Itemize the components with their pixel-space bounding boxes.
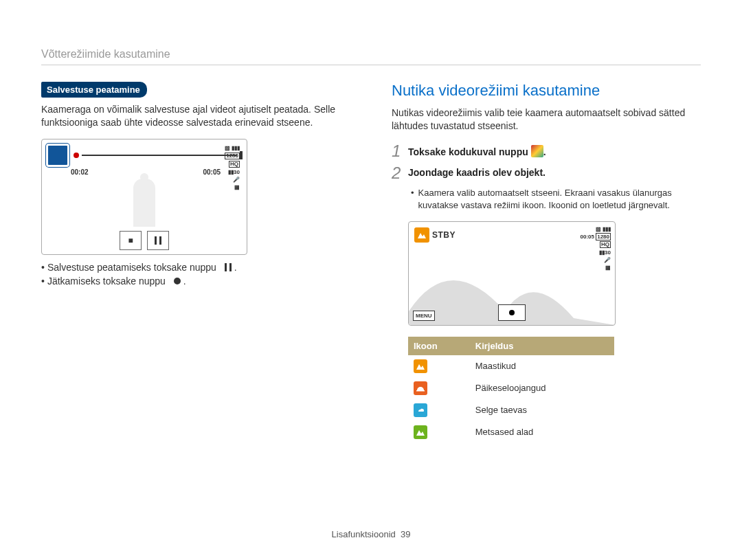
camera-smart-preview: STBY ▧ ▮▮▮ 00:05 1280 HQ ▮▮30 🎤 ▦ MENU — [408, 221, 616, 326]
pause-button[interactable] — [147, 231, 169, 250]
intro-paragraph-right: Nutikas videorežiimis valib teie kaamera… — [392, 107, 701, 133]
forest-icon — [414, 425, 427, 439]
svg-rect-0 — [416, 390, 425, 392]
pause-icon — [225, 263, 232, 271]
landscape-icon — [414, 359, 427, 373]
bullet-resume: •Jätkamiseks toksake nuppu . — [41, 276, 350, 287]
table-row: Maastikud — [408, 355, 614, 377]
sunset-icon — [414, 381, 427, 395]
stop-button[interactable]: ■ — [120, 231, 142, 250]
table-row: Metsased alad — [408, 421, 614, 443]
step-1-text: Toksake kodukuval nuppu . — [408, 142, 546, 157]
elapsed-time: 00:02 — [71, 168, 89, 176]
th-desc: Kirjeldus — [470, 337, 614, 355]
record-progress — [74, 153, 243, 158]
record-button[interactable] — [498, 304, 526, 321]
step-2-text: Joondage kaadris olev objekt. — [408, 164, 546, 178]
scene-icon-table: Ikoon Kirjeldus Maastikud Päikeseloojang… — [408, 337, 614, 443]
total-time: 00:05 — [203, 168, 221, 176]
step-number-2: 2 — [392, 164, 408, 182]
standby-label: STBY — [432, 230, 456, 240]
th-icon: Ikoon — [408, 337, 470, 355]
subject-silhouette — [133, 179, 155, 227]
breadcrumb: Võtterežiimide kasutamine — [41, 48, 701, 65]
camera-recording-preview: ▧ ▮▮▮ 1280 HQ ▮▮30 🎤 ▦ 00:02 00:05 — [41, 139, 247, 255]
status-icons-left: ▧ ▮▮▮ 1280 HQ ▮▮30 🎤 ▦ — [225, 145, 240, 190]
section-heading: Nutika videorežiimi kasutamine — [392, 82, 701, 100]
table-row: Päikeseloojangud — [408, 377, 614, 399]
section-tag: Salvestuse peatamine — [41, 82, 147, 98]
bullet-pause: •Salvestuse peatamiseks toksake nuppu . — [41, 262, 350, 273]
step-number-1: 1 — [392, 142, 408, 160]
clear-sky-icon — [414, 403, 427, 417]
page-footer: Lisafunktsioonid 39 — [0, 529, 742, 539]
table-row: Selge taevas — [408, 399, 614, 421]
movie-mode-icon — [46, 144, 69, 167]
step-2-sub: •Kaamera valib automaatselt stseeni. Ekr… — [411, 187, 701, 212]
menu-button[interactable]: MENU — [413, 311, 435, 321]
landscape-scene-icon — [414, 227, 429, 243]
smart-movie-app-icon — [531, 145, 543, 157]
intro-paragraph-left: Kaameraga on võimalik salvestuse ajal vi… — [41, 103, 350, 129]
record-icon — [174, 278, 181, 284]
